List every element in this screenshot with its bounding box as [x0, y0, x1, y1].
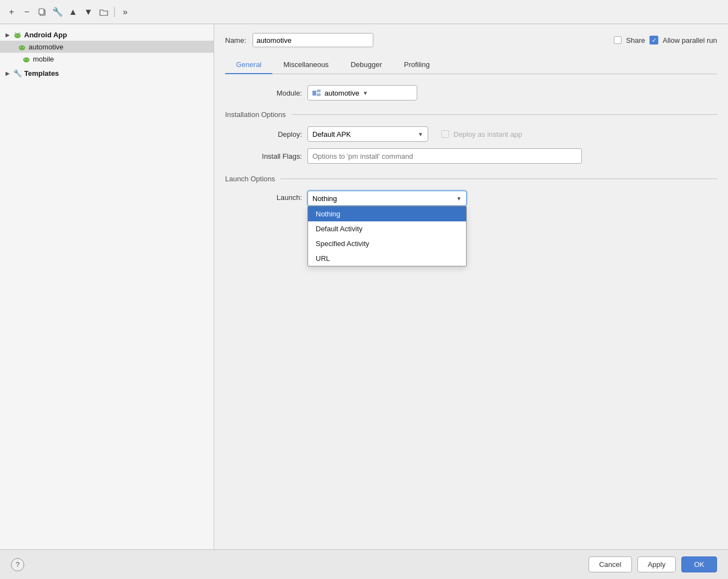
sidebar-item-mobile[interactable]: mobile	[0, 53, 214, 65]
copy-button[interactable]	[36, 6, 48, 18]
ok-button[interactable]: OK	[681, 556, 717, 572]
parallel-checkbox[interactable]: ✓	[649, 36, 658, 44]
module-dropdown-arrow: ▼	[363, 90, 368, 96]
folder-button[interactable]	[98, 6, 110, 18]
sidebar-label-automotive: automotive	[29, 43, 64, 51]
instant-app-label: Deploy as instant app	[453, 130, 522, 138]
svg-rect-13	[24, 58, 30, 61]
module-row: Module: automotive ▼	[225, 85, 717, 101]
toolbar-separator	[114, 7, 115, 17]
launch-option-url[interactable]: URL	[308, 251, 466, 266]
name-input[interactable]	[253, 33, 373, 47]
deploy-label: Deploy:	[236, 130, 302, 138]
right-panel: Name: Share ✓ Allow parallel run General…	[214, 24, 728, 549]
share-label: Share	[626, 36, 645, 44]
instant-app-checkbox[interactable]	[441, 130, 449, 138]
tab-debugger[interactable]: Debugger	[340, 56, 393, 74]
launch-options-title-row: Launch Options	[225, 175, 717, 183]
launch-label: Launch:	[236, 191, 302, 202]
android-icon-automotive	[18, 42, 26, 51]
installation-options-section: Installation Options Deploy: Default APK…	[225, 110, 717, 164]
module-value: automotive	[324, 89, 360, 97]
launch-options-section: Launch Options Launch: Nothing ▼ Nothing…	[225, 175, 717, 206]
deploy-value: Default APK	[312, 130, 351, 138]
sidebar-label-mobile: mobile	[33, 55, 54, 63]
more-button[interactable]: »	[119, 6, 131, 18]
installation-options-title: Installation Options	[225, 110, 286, 119]
move-down-button[interactable]: ▼	[82, 6, 94, 18]
wrench-icon-templates: 🔧	[13, 69, 22, 77]
launch-value: Nothing	[312, 194, 337, 203]
svg-rect-9	[19, 46, 25, 49]
launch-options-line	[281, 179, 717, 179]
module-label: Module:	[236, 89, 302, 97]
add-button[interactable]: +	[5, 6, 18, 18]
launch-option-nothing[interactable]: Nothing	[308, 207, 466, 221]
installation-options-title-row: Installation Options	[225, 110, 717, 119]
wrench-button[interactable]: 🔧	[52, 6, 64, 18]
deploy-row: Deploy: Default APK ▼ Deploy as instant …	[225, 126, 717, 142]
launch-option-default-activity[interactable]: Default Activity	[308, 221, 466, 236]
svg-point-15	[27, 59, 29, 60]
svg-rect-3	[15, 34, 21, 37]
name-row: Name: Share ✓ Allow parallel run	[225, 33, 717, 47]
launch-option-specified-activity[interactable]: Specified Activity	[308, 236, 466, 251]
move-up-button[interactable]: ▲	[67, 6, 79, 18]
svg-point-14	[25, 59, 26, 60]
help-button[interactable]: ?	[11, 558, 24, 571]
instant-app-row: Deploy as instant app	[441, 130, 522, 138]
sidebar-label-android-app: Android App	[24, 31, 67, 39]
sidebar-label-templates: Templates	[24, 69, 59, 77]
share-checkbox[interactable]	[614, 36, 621, 44]
svg-rect-1	[39, 9, 44, 14]
svg-line-6	[15, 32, 16, 34]
launch-dropdown-popup: Nothing Default Activity Specified Activ…	[307, 206, 467, 266]
svg-point-10	[20, 47, 21, 48]
sidebar-item-automotive[interactable]: automotive	[0, 41, 214, 53]
svg-point-5	[19, 35, 20, 36]
deploy-dropdown-arrow: ▼	[418, 131, 423, 137]
install-flags-label: Install Flags:	[236, 152, 302, 160]
main-content: ▶ Android App	[0, 24, 728, 549]
launch-row: Launch: Nothing ▼ Nothing Default Activi…	[225, 191, 717, 206]
tab-miscellaneous[interactable]: Miscellaneous	[272, 56, 339, 74]
installation-options-line	[292, 114, 717, 115]
sidebar-item-templates[interactable]: ▶ 🔧 Templates	[0, 67, 214, 79]
install-flags-input[interactable]	[307, 148, 582, 164]
tree-arrow-templates: ▶	[4, 70, 11, 76]
cancel-button[interactable]: Cancel	[589, 556, 631, 572]
parallel-label: Allow parallel run	[663, 36, 717, 44]
tabs-row: General Miscellaneous Debugger Profiling	[225, 56, 717, 74]
remove-button[interactable]: −	[21, 6, 33, 18]
android-icon-androidapp	[13, 30, 22, 39]
tab-profiling[interactable]: Profiling	[393, 56, 441, 74]
install-flags-row: Install Flags:	[225, 148, 717, 164]
launch-dropdown[interactable]: Nothing ▼	[307, 191, 467, 206]
launch-dropdown-arrow: ▼	[456, 196, 462, 202]
android-icon-mobile	[22, 54, 31, 63]
bottom-bar: ? Cancel Apply OK	[0, 549, 728, 579]
module-dropdown[interactable]: automotive ▼	[307, 85, 417, 101]
deploy-dropdown[interactable]: Default APK ▼	[307, 126, 428, 142]
tree-arrow-android-app: ▶	[4, 31, 11, 38]
svg-rect-16	[312, 91, 316, 96]
share-row: Share ✓ Allow parallel run	[614, 36, 717, 44]
launch-options-title: Launch Options	[225, 175, 275, 183]
svg-line-7	[19, 32, 20, 34]
svg-point-4	[16, 35, 17, 36]
tab-general[interactable]: General	[225, 56, 272, 74]
sidebar: ▶ Android App	[0, 24, 214, 549]
apply-button[interactable]: Apply	[637, 556, 676, 572]
svg-rect-18	[317, 93, 321, 96]
launch-dropdown-container: Nothing ▼ Nothing Default Activity Speci…	[307, 191, 467, 206]
name-label: Name:	[225, 36, 246, 44]
svg-point-11	[23, 47, 24, 48]
sidebar-item-android-app[interactable]: ▶ Android App	[0, 29, 214, 41]
svg-rect-17	[317, 90, 321, 92]
toolbar: + − 🔧 ▲ ▼ »	[0, 0, 728, 24]
module-icon	[312, 89, 321, 97]
